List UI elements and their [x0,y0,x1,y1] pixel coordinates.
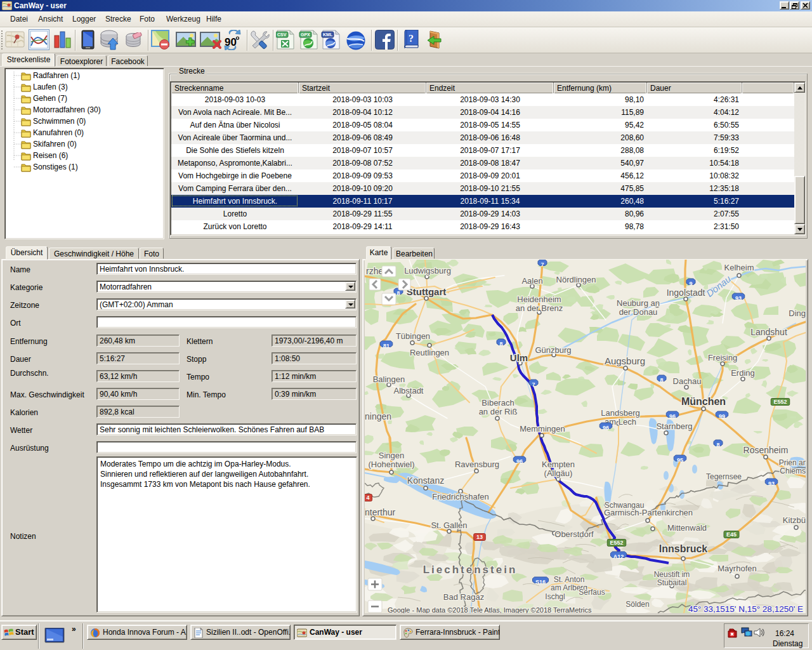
svg-text:13: 13 [476,534,483,540]
svg-text:Serfaus: Serfaus [579,588,605,597]
svg-text:93: 93 [735,295,742,302]
svg-text:7: 7 [532,381,535,388]
svg-text:Erding: Erding [731,368,755,378]
svg-text:45° 33,1515' N,15° 28,1250' E: 45° 33,1515' N,15° 28,1250' E [688,604,803,613]
svg-text:Tübingen: Tübingen [396,331,430,341]
svg-text:Kempten: Kempten [542,460,575,469]
svg-text:Ravensburg: Ravensburg [455,460,499,469]
svg-text:ningen: ningen [365,411,391,421]
svg-text:Heidenheim: Heidenheim [517,295,561,304]
svg-text:Freising: Freising [708,353,737,362]
svg-text:Ludwigsburg: Ludwigsburg [404,266,451,275]
svg-text:der Donau: der Donau [619,307,658,317]
svg-text:96: 96 [603,425,609,431]
svg-text:99: 99 [719,413,725,420]
svg-text:Günzburg: Günzburg [535,345,571,355]
svg-text:Sölden: Sölden [625,600,649,609]
svg-text:Mayrhofen: Mayrhofen [717,564,756,573]
svg-text:Reutlingen: Reutlingen [410,348,449,357]
svg-text:St. Gallen: St. Gallen [431,521,467,530]
svg-text:nterthur: nterthur [365,507,396,517]
svg-text:(Hohentwiel): (Hohentwiel) [369,460,415,469]
svg-text:rzhe: rzhe [366,266,383,276]
svg-text:Reisen (6): Reisen (6) [33,151,68,160]
svg-text:Ulm: Ulm [510,352,528,363]
svg-text:Bad Ragaz: Bad Ragaz [443,592,484,602]
svg-text:Motorradfahren (30): Motorradfahren (30) [33,105,101,114]
svg-text:Landsberg: Landsberg [601,408,639,418]
svg-text:Biberach: Biberach [481,398,514,408]
svg-text:Memmingen: Memmingen [520,424,565,434]
svg-text:GPX: GPX [301,32,310,37]
svg-text:Gehen (7): Gehen (7) [33,94,67,103]
svg-text:Albstadt: Albstadt [394,386,424,395]
svg-text:Radfahren (1): Radfahren (1) [33,71,80,80]
svg-text:Stubaital: Stubaital [657,578,687,587]
svg-text:8: 8 [396,290,400,296]
svg-text:Kanufahren (0): Kanufahren (0) [33,128,84,137]
svg-text:Kitzbü: Kitzbü [783,515,806,525]
svg-text:St. Anton: St. Anton [554,575,585,584]
svg-text:Liechtenstein: Liechtenstein [423,564,518,576]
svg-text:Ding: Ding [789,308,806,318]
svg-text:95: 95 [677,457,683,463]
svg-text:E552: E552 [610,540,623,546]
svg-text:A12: A12 [613,554,624,560]
svg-text:Chiemse: Chiemse [780,467,806,475]
svg-text:Ischgl: Ischgl [545,592,565,601]
svg-text:Balingen: Balingen [373,375,405,384]
svg-text:Kelheim: Kelheim [724,263,754,272]
svg-text:Friedrichshafen: Friedrichshafen [432,492,489,501]
svg-text:Garmisch-Partenkirchen: Garmisch-Partenkirchen [604,508,693,517]
svg-text:Neuburg an: Neuburg an [617,298,660,308]
svg-text:KML: KML [323,32,333,37]
svg-text:Aalen: Aalen [521,276,542,286]
svg-text:an der Riß: an der Riß [479,407,518,416]
svg-text:Neustift im: Neustift im [654,570,690,579]
svg-text:4: 4 [366,494,369,501]
svg-text:Konstanz: Konstanz [407,475,444,486]
svg-text:an der Brenz: an der Brenz [516,303,563,313]
svg-text:(Allgäu): (Allgäu) [544,468,573,478]
svg-text:Sonstiges (1): Sonstiges (1) [33,162,78,171]
svg-text:8: 8 [499,341,502,347]
svg-text:München: München [681,396,726,407]
svg-text:96: 96 [669,413,676,420]
svg-text:Rosenheim: Rosenheim [743,445,789,455]
svg-text:Starnberg: Starnberg [656,421,692,431]
svg-text:Innsbruck: Innsbruck [659,543,708,554]
svg-text:7: 7 [540,262,544,268]
svg-text:Augsburg: Augsburg [605,355,645,366]
svg-text:8: 8 [716,442,719,448]
svg-text:E45: E45 [726,531,737,538]
svg-text:Tegernsee: Tegernsee [706,472,742,481]
svg-text:96: 96 [516,458,523,465]
svg-text:Nördlingen: Nördlingen [556,275,596,284]
svg-text:Skifahren (0): Skifahren (0) [33,140,77,149]
svg-text:Landshut: Landshut [750,327,787,337]
svg-text:8: 8 [660,377,663,383]
svg-text:81: 81 [383,343,390,349]
svg-text:Schwimmen (0): Schwimmen (0) [33,117,86,126]
svg-text:Google - Map data ©2018 Tele A: Google - Map data ©2018 Tele Atlas, Imag… [388,606,592,613]
svg-text:E552: E552 [773,399,787,405]
svg-text:S16: S16 [535,579,546,585]
svg-text:Mittenwald: Mittenwald [667,523,707,533]
svg-text:Prien an: Prien an [779,458,806,467]
svg-text:Ingolstadt: Ingolstadt [667,288,705,298]
svg-text:Stuttgart: Stuttgart [407,286,447,297]
svg-text:Dachau: Dachau [673,376,702,386]
svg-text:Laufen (3): Laufen (3) [33,83,68,91]
svg-text:CSV: CSV [277,32,287,37]
svg-text:93: 93 [768,481,775,487]
svg-text:?: ? [409,33,414,44]
svg-text:Oberstdorf: Oberstdorf [554,529,594,539]
svg-text:Singen: Singen [379,451,404,460]
svg-text:9: 9 [689,281,692,287]
